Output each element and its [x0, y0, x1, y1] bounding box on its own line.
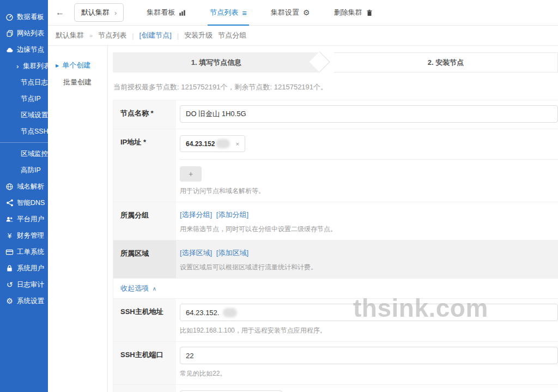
sidebar-label: 智能DNS: [17, 198, 45, 208]
history-icon: ↺: [5, 281, 14, 288]
sidebar-item-smart-dns[interactable]: 智能DNS: [0, 195, 48, 211]
tab-cluster-settings[interactable]: 集群设置 ⚙: [271, 0, 310, 25]
chevron-right-icon: ›: [114, 9, 117, 17]
sidebar-item-antiddos-ip[interactable]: 高防IP: [0, 162, 48, 178]
tab-label: 集群看板: [147, 8, 175, 17]
form-table: 节点名称 * IP地址 * 64.23.152 ×: [113, 100, 558, 392]
caret-up-icon: ∧: [153, 286, 156, 292]
form-row-ssh-port: SSH主机端口 常见的比如22。: [113, 342, 558, 385]
quota-notice: 当前授权最多节点数: 1215752191个，剩余节点数: 1215752191…: [113, 82, 558, 92]
sidebar-item-platform-users[interactable]: 平台用户: [0, 211, 48, 227]
sidebar-item-tickets[interactable]: 工单系统: [0, 244, 48, 260]
tab-delete-cluster[interactable]: 删除集群: [334, 0, 373, 25]
sidebar-item-dashboard[interactable]: 数据看板: [0, 9, 48, 25]
chart-bar-icon: [179, 9, 186, 16]
select-region-link[interactable]: [选择区域]: [180, 249, 212, 257]
subnav-item-single-create[interactable]: ▶ 单个创建: [48, 57, 107, 74]
form-row-ssh-auth: SSH登录认证 DigitalOcean (私钥) (root) ✎ ×: [113, 385, 558, 392]
ssh-port-input[interactable]: [180, 347, 558, 364]
globe-icon: [5, 183, 14, 191]
main-sidebar: 数据看板 网站列表 边缘节点 › 集群列表 节点日志 节点IP 区域设置: [0, 0, 48, 392]
sidebar-item-region-monitor[interactable]: 区域监控: [0, 146, 48, 162]
sidebar-label: 数据看板: [17, 13, 44, 22]
sidebar-item-system-users[interactable]: 系统用户: [0, 260, 48, 276]
breadcrumb-page[interactable]: 节点列表: [98, 31, 126, 40]
yen-icon: ¥: [5, 232, 14, 239]
form-row-ssh-host: SSH主机地址 比如192.168.1.100，用于远程安装节点应用程序。: [113, 299, 558, 342]
sidebar-label: 节点SSH: [21, 127, 48, 136]
sidebar-item-websites[interactable]: 网站列表: [0, 25, 48, 41]
field-label: IP地址 *: [113, 129, 176, 202]
sidebar-item-node-ssh[interactable]: 节点SSH: [0, 123, 48, 140]
add-region-link[interactable]: [添加区域]: [216, 249, 248, 257]
form-row-group: 所属分组 [选择分组] [添加分组] 用来筛选节点，同时可以在分组中设置二级缓存…: [113, 202, 558, 240]
create-node-link[interactable]: [创建节点]: [140, 31, 172, 40]
form-row-ip-address: IP地址 * 64.23.152 × + 用于访问节点和域名解析等。: [113, 129, 558, 202]
sidebar-item-node-logs[interactable]: 节点日志: [0, 74, 48, 91]
redacted-blur: [223, 308, 237, 317]
remove-ip-icon[interactable]: ×: [235, 141, 239, 147]
step-2-install-node: 2. 安装节点: [334, 52, 558, 73]
field-hint: 比如192.168.1.100，用于远程安装节点应用程序。: [180, 326, 558, 335]
tab-label: 节点列表: [210, 8, 238, 17]
tab-cluster-board[interactable]: 集群看板: [147, 0, 186, 25]
node-name-input[interactable]: [180, 105, 558, 123]
sidebar-label: 网站列表: [17, 29, 44, 38]
sidebar-divider: [0, 142, 48, 143]
sidebar-label: 高防IP: [21, 166, 41, 175]
breadcrumb-cluster[interactable]: 默认集群: [56, 31, 84, 40]
tab-label: 删除集群: [334, 8, 362, 17]
field-label: SSH主机地址: [113, 299, 176, 341]
step-arrow: [320, 52, 334, 73]
select-group-link[interactable]: [选择分组]: [180, 210, 212, 219]
chevron-right-icon: ›: [16, 63, 19, 70]
cluster-name: 默认集群: [81, 8, 110, 17]
sidebar-label: 域名解析: [17, 182, 44, 191]
field-label: SSH登录认证: [113, 385, 176, 392]
subnav-label: 单个创建: [62, 61, 90, 70]
create-mode-subnav: ▶ 单个创建 批量创建: [48, 46, 108, 392]
sidebar-item-cluster-list[interactable]: › 集群列表: [0, 58, 48, 74]
add-ip-button[interactable]: +: [180, 166, 202, 182]
collapse-options-link[interactable]: 收起选项 ∧: [120, 284, 156, 293]
field-hint: 常见的比如22。: [180, 369, 558, 378]
users-icon: [5, 215, 14, 223]
sidebar-item-edge-nodes[interactable]: 边缘节点: [0, 41, 48, 58]
trash-icon: [366, 9, 373, 16]
gear-icon: ⚙: [303, 8, 310, 17]
sidebar-item-finance[interactable]: ¥ 财务管理: [0, 227, 48, 244]
field-label: 节点名称 *: [113, 100, 176, 129]
breadcrumb-bar: |: [177, 32, 179, 40]
form-row-region: 所属区域 [选择区域] [添加区域] 设置区域后可以根据区域进行流量统计和计费。: [113, 240, 558, 279]
sidebar-label: 财务管理: [17, 231, 44, 240]
ip-tag: 64.23.152 ×: [180, 135, 245, 152]
create-node-form: 1. 填写节点信息 2. 安装节点 当前授权最多节点数: 1215752191个…: [108, 46, 558, 392]
add-group-link[interactable]: [添加分组]: [216, 210, 248, 219]
sidebar-label: 边缘节点: [17, 45, 44, 55]
install-upgrade-link[interactable]: 安装升级: [184, 31, 213, 40]
sidebar-label: 系统用户: [17, 264, 44, 273]
breadcrumb-bar: |: [132, 32, 134, 40]
field-hint: 用于访问节点和域名解析等。: [180, 186, 558, 196]
tab-node-list[interactable]: 节点列表 ≡: [210, 0, 247, 25]
cluster-tab-bar: ← 默认集群 › 集群看板 节点列表 ≡ 集群设置 ⚙: [48, 0, 558, 26]
step-1-fill-node-info: 1. 填写节点信息: [113, 52, 320, 73]
triangle-right-icon: ▶: [56, 63, 59, 68]
sidebar-label: 系统设置: [17, 297, 44, 306]
sidebar-item-dns-resolve[interactable]: 域名解析: [0, 178, 48, 195]
sidebar-label: 工单系统: [17, 248, 44, 257]
sidebar-item-region-settings[interactable]: 区域设置: [0, 107, 48, 123]
form-row-collapse: 收起选项 ∧: [113, 279, 558, 299]
cluster-selector[interactable]: 默认集群 ›: [74, 3, 124, 22]
subnav-label: 批量创建: [63, 77, 92, 87]
divider: [180, 159, 558, 160]
sidebar-item-system-settings[interactable]: ⚙ 系统设置: [0, 293, 48, 309]
sidebar-label: 节点IP: [21, 94, 41, 104]
back-arrow-icon[interactable]: ←: [56, 8, 64, 17]
subnav-item-batch-create[interactable]: 批量创建: [48, 74, 107, 91]
sidebar-label: 区域监控: [21, 149, 48, 159]
sidebar-item-node-ip[interactable]: 节点IP: [0, 91, 48, 107]
ticket-icon: [5, 249, 14, 256]
sidebar-item-audit-log[interactable]: ↺ 日志审计: [0, 276, 48, 293]
node-groups-link[interactable]: 节点分组: [218, 31, 246, 40]
